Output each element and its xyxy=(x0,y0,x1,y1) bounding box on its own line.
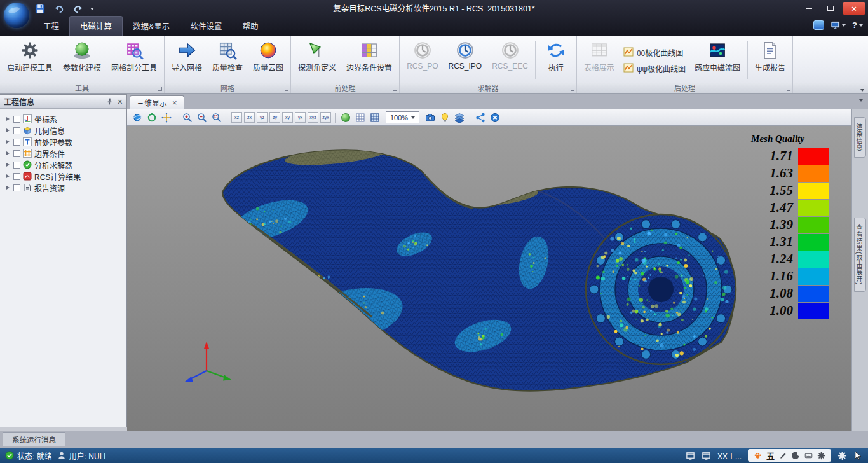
tree-item-boundary-conditions[interactable]: 边界条件 xyxy=(3,148,124,159)
tree-item-geometry-info[interactable]: 几何信息 xyxy=(3,125,124,136)
window-tray-icon[interactable] xyxy=(702,451,711,460)
pin-icon[interactable] xyxy=(105,97,114,106)
tree-item-preprocess-params[interactable]: 前处理参数 xyxy=(3,136,124,148)
view-front-button[interactable]: xz xyxy=(231,112,242,123)
expand-arrow-icon[interactable] xyxy=(6,117,10,121)
rcs-ipo-button[interactable]: RCS_IPO xyxy=(443,38,487,83)
window-layout-button[interactable] xyxy=(831,20,846,30)
theta-polarization-curve-button[interactable]: θθ极化曲线图 xyxy=(623,47,686,58)
keyboard-icon[interactable] xyxy=(804,452,813,460)
layers-button[interactable] xyxy=(453,111,466,124)
tree-item-analysis-solver[interactable]: 分析求解器 xyxy=(3,159,124,170)
generate-report-button[interactable]: 生成报告 xyxy=(750,38,790,83)
launch-modeling-tool-button[interactable]: 启动建模工具 xyxy=(2,38,58,83)
checkbox[interactable] xyxy=(13,150,20,157)
checkbox[interactable] xyxy=(13,139,20,146)
view-left-button[interactable]: zy xyxy=(269,112,280,123)
stop-button[interactable] xyxy=(489,111,501,124)
pen-icon[interactable] xyxy=(779,452,787,460)
window-tray-icon[interactable] xyxy=(686,451,695,460)
expand-arrow-icon[interactable] xyxy=(6,151,10,155)
orbit-view-button[interactable] xyxy=(131,111,144,124)
zoom-out-button[interactable] xyxy=(196,111,208,124)
zoom-level-select[interactable]: 100% xyxy=(386,111,419,123)
help-button[interactable]: ? xyxy=(852,20,863,30)
dialog-launcher-icon[interactable] xyxy=(285,87,288,91)
ime-settings-gear-icon[interactable] xyxy=(817,452,825,460)
view-iso2-button[interactable]: zyx xyxy=(320,112,331,123)
titlebar[interactable]: 复杂目标RCS电磁分析软件2015 R1 - RCS_2015031801* × xyxy=(0,0,868,18)
pan-view-button[interactable] xyxy=(160,111,173,124)
quick-access-customize-icon[interactable] xyxy=(90,8,94,10)
probe-angle-define-button[interactable]: 探测角定义 xyxy=(293,38,341,83)
expand-arrow-icon[interactable] xyxy=(6,186,10,190)
execute-button[interactable]: 执行 xyxy=(538,38,574,83)
refresh-view-button[interactable] xyxy=(146,111,158,124)
save-button[interactable] xyxy=(33,2,47,16)
dialog-launcher-icon[interactable] xyxy=(393,87,397,91)
checkbox[interactable] xyxy=(13,127,20,134)
dialog-launcher-icon[interactable] xyxy=(158,87,162,91)
zoom-in-button[interactable] xyxy=(181,111,194,124)
lighting-button[interactable] xyxy=(438,111,451,124)
tab-em-computation[interactable]: 电磁计算 xyxy=(69,16,123,36)
dialog-launcher-icon[interactable] xyxy=(787,87,790,91)
undo-button[interactable] xyxy=(52,2,66,16)
view-bottom-button[interactable]: yx xyxy=(295,112,306,123)
induced-current-map-button[interactable]: 感应电磁流图 xyxy=(689,38,745,83)
redo-button[interactable] xyxy=(71,2,85,16)
checkbox[interactable] xyxy=(13,173,20,180)
side-tab-view-results[interactable]: 查看结果(双击展开) xyxy=(854,218,866,292)
dialog-launcher-icon[interactable] xyxy=(571,87,574,91)
view-right-button[interactable]: yz xyxy=(257,112,268,123)
tab-data-display[interactable]: 数据&显示 xyxy=(123,17,180,36)
ime-mode-label[interactable]: 五 xyxy=(766,450,775,462)
moon-icon[interactable] xyxy=(792,452,800,460)
quality-check-button[interactable]: 质量检查 xyxy=(207,38,248,83)
mesh-partition-tool-button[interactable]: 网格剖分工具 xyxy=(106,38,162,83)
parametric-modeling-button[interactable]: 参数化建模 xyxy=(58,38,106,83)
tree-item-coordinate-system[interactable]: 坐标系 xyxy=(3,113,124,125)
theme-button[interactable] xyxy=(813,20,824,30)
quality-cloud-map-button[interactable]: 质量云图 xyxy=(248,38,288,83)
close-button[interactable]: × xyxy=(843,2,865,15)
maximize-button[interactable] xyxy=(821,2,840,15)
import-mesh-button[interactable]: 导入网格 xyxy=(166,38,207,83)
wireframe-mode-button[interactable] xyxy=(354,111,367,124)
checkbox[interactable] xyxy=(13,184,20,191)
psi-polarization-curve-button[interactable]: ψψ极化曲线图 xyxy=(623,63,686,74)
view-back-button[interactable]: zx xyxy=(244,112,255,123)
table-display-button[interactable]: 表格展示 xyxy=(579,38,620,83)
tab-3d-display[interactable]: 三维显示 × xyxy=(130,95,184,109)
rcs-eec-button[interactable]: RCS_EEC xyxy=(487,38,533,83)
view-top-button[interactable]: xy xyxy=(282,112,293,123)
boundary-condition-settings-button[interactable]: 边界条件设置 xyxy=(341,38,397,83)
tab-list-chevron-icon[interactable] xyxy=(859,99,863,102)
ribbon-collapse-chevron-icon[interactable] xyxy=(860,89,864,92)
input-method-bar[interactable]: 五 xyxy=(748,449,831,462)
tab-help[interactable]: 帮助 xyxy=(232,17,268,36)
expand-arrow-icon[interactable] xyxy=(6,163,10,167)
side-tab-render-info[interactable]: 渲染信息 xyxy=(854,117,866,158)
view-iso-button[interactable]: xyz xyxy=(308,112,318,123)
app-logo[interactable] xyxy=(4,3,29,28)
rcs-po-button[interactable]: RCS_PO xyxy=(402,38,443,83)
zoom-window-button[interactable] xyxy=(210,111,223,124)
tab-software-settings[interactable]: 软件设置 xyxy=(180,17,232,36)
tab-project[interactable]: 工程 xyxy=(33,17,69,36)
minimize-button[interactable] xyxy=(799,2,818,15)
shaded-mode-button[interactable] xyxy=(339,111,352,124)
settings-gear-icon[interactable] xyxy=(837,451,847,460)
mesh-mode-button[interactable] xyxy=(369,111,381,124)
system-message-tab[interactable]: 系统运行消息 xyxy=(3,432,65,446)
tab-close-icon[interactable]: × xyxy=(172,99,177,107)
panel-close-icon[interactable]: × xyxy=(118,97,123,106)
tree-item-rcs-results[interactable]: RCS计算结果 xyxy=(3,170,124,182)
expand-arrow-icon[interactable] xyxy=(6,128,10,132)
snapshot-button[interactable] xyxy=(424,111,437,124)
share-button[interactable] xyxy=(474,111,487,124)
checkbox[interactable] xyxy=(13,162,20,169)
tree-item-report-resources[interactable]: 报告资源 xyxy=(3,182,124,193)
ime-logo-icon[interactable] xyxy=(754,452,762,460)
expand-arrow-icon[interactable] xyxy=(6,174,10,178)
